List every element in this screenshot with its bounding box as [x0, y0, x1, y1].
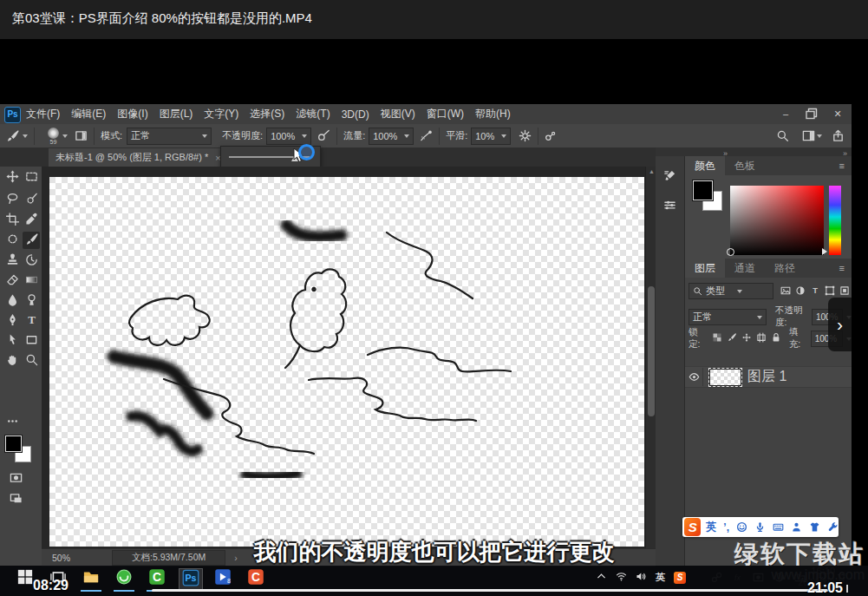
quick-mask-button[interactable]	[7, 468, 24, 486]
flow-select[interactable]: 100%	[369, 128, 414, 145]
eyedropper-tool-button[interactable]	[23, 212, 40, 229]
camtasia-button[interactable]: C	[146, 568, 168, 589]
pressure-opacity-icon[interactable]	[317, 129, 330, 142]
sogou-item-0[interactable]: 英	[706, 520, 716, 534]
lasso-tool-button[interactable]	[3, 191, 21, 208]
minimize-icon[interactable]: –	[779, 107, 793, 121]
eye-icon[interactable]	[689, 371, 700, 383]
person-icon[interactable]	[791, 521, 802, 533]
volume-icon[interactable]	[636, 571, 647, 584]
color-field[interactable]	[730, 186, 824, 255]
chevron-down-icon[interactable]	[23, 134, 28, 141]
screen-mode-button[interactable]	[7, 489, 24, 507]
lock-artboard-icon[interactable]	[756, 332, 767, 344]
adjustment-icon[interactable]	[795, 285, 806, 298]
workspace-icon[interactable]	[802, 129, 815, 142]
green-browser-button[interactable]	[113, 568, 135, 589]
tray-expand-icon[interactable]	[596, 571, 607, 584]
smiley-icon[interactable]	[736, 521, 747, 533]
shape-icon[interactable]	[825, 285, 835, 298]
windows-start-button[interactable]	[14, 568, 36, 589]
menu-item-5[interactable]: 选择(S)	[250, 107, 284, 121]
recorder-app-button[interactable]: C	[245, 568, 267, 589]
opacity-select[interactable]: 100%	[266, 128, 311, 145]
type-icon[interactable]: T	[810, 285, 820, 298]
menu-item-1[interactable]: 编辑(E)	[71, 107, 106, 121]
panel-menu-icon[interactable]: ≡	[832, 156, 852, 175]
task-view-button[interactable]	[47, 568, 69, 589]
brush-tool-button[interactable]	[23, 232, 40, 249]
menu-item-2[interactable]: 图像(I)	[117, 107, 147, 121]
menu-item-8[interactable]: 视图(V)	[381, 107, 415, 121]
keyboard-icon[interactable]	[773, 521, 784, 533]
smart-object-icon[interactable]	[839, 285, 850, 298]
history-panel-icon[interactable]	[659, 165, 681, 187]
menu-item-9[interactable]: 窗口(W)	[427, 107, 464, 121]
scrollbar-thumb[interactable]	[648, 286, 655, 416]
chevron-down-icon[interactable]	[62, 134, 68, 141]
lock-transparent-icon[interactable]	[712, 332, 722, 344]
eraser-tool-button[interactable]	[3, 272, 21, 290]
menu-item-10[interactable]: 帮助(H)	[475, 107, 511, 121]
shape-tool-button[interactable]	[23, 332, 40, 350]
tab-color[interactable]: 颜色	[685, 156, 725, 175]
expand-sidebar-button[interactable]: ›	[828, 298, 852, 351]
smoothing-select[interactable]: 10%	[471, 128, 511, 145]
crop-tool-button[interactable]	[3, 212, 21, 229]
sogou-input-toolbar[interactable]: S 英’,	[682, 517, 839, 537]
foreground-color-swatch[interactable]	[693, 180, 713, 200]
lock-paint-icon[interactable]	[727, 332, 737, 344]
properties-panel-icon[interactable]	[659, 194, 681, 216]
blend-mode-select[interactable]: 正常	[127, 128, 212, 145]
history-brush-tool-button[interactable]	[23, 252, 40, 270]
restore-icon[interactable]	[805, 107, 819, 121]
menu-item-3[interactable]: 图层(L)	[160, 107, 193, 121]
tab-paths[interactable]: 路径	[765, 259, 805, 278]
tab-layers[interactable]: 图层	[685, 259, 725, 278]
menu-item-6[interactable]: 滤镜(T)	[296, 107, 330, 121]
pen-tool-button[interactable]	[3, 312, 21, 330]
dodge-tool-button[interactable]	[23, 292, 40, 310]
color-field-marker[interactable]	[727, 248, 734, 256]
wifi-icon[interactable]	[616, 571, 627, 584]
foreground-color-swatch[interactable]	[5, 436, 22, 452]
layer-thumbnail[interactable]	[709, 369, 741, 386]
photoshop-button[interactable]: Ps	[179, 568, 203, 591]
chevron-down-icon[interactable]	[817, 134, 822, 141]
menu-item-0[interactable]: 文件(F)	[26, 107, 60, 121]
tab-swatches[interactable]: 色板	[725, 156, 765, 175]
panel-toggle-icon[interactable]	[75, 129, 88, 142]
move-tool-button[interactable]	[3, 169, 21, 187]
more-tools-button[interactable]	[3, 412, 21, 429]
menu-item-4[interactable]: 文字(Y)	[204, 107, 238, 121]
share-icon[interactable]	[832, 129, 845, 142]
layer-name[interactable]: 图层 1	[747, 368, 786, 386]
hand-tool-button[interactable]	[3, 352, 21, 370]
sogou-item-1[interactable]: ’,	[723, 521, 729, 534]
path-select-tool-button[interactable]	[3, 332, 21, 350]
layer-blend-select[interactable]: 正常	[689, 309, 767, 325]
lock-move-icon[interactable]	[741, 332, 752, 344]
input-language-indicator[interactable]: 英	[656, 571, 665, 584]
hue-slider[interactable]	[829, 186, 841, 255]
quick-select-tool-button[interactable]	[23, 191, 40, 208]
type-tool-button[interactable]: T	[23, 312, 40, 330]
media-app-button[interactable]: 8	[212, 568, 234, 589]
wrench-icon[interactable]	[827, 521, 839, 533]
skin-icon[interactable]	[809, 521, 820, 533]
marquee-tool-button[interactable]	[23, 169, 40, 187]
stamp-tool-button[interactable]	[3, 252, 21, 270]
brush-tool-icon[interactable]	[6, 129, 19, 142]
menu-item-7[interactable]: 3D(D)	[342, 108, 369, 121]
search-icon[interactable]	[776, 129, 789, 142]
scroll-up-icon[interactable]: ▲	[649, 168, 655, 174]
mic-icon[interactable]	[754, 521, 766, 533]
file-explorer-button[interactable]	[80, 568, 102, 589]
sogou-tray-icon[interactable]: S	[674, 572, 686, 584]
panel-menu-icon[interactable]: ≡	[832, 259, 852, 278]
brush-preset-picker[interactable]: 59	[48, 128, 59, 145]
document-tab[interactable]: 未标题-1 @ 50% (图层 1, RGB/8#) * ×	[49, 148, 229, 167]
airbrush-icon[interactable]	[420, 129, 433, 142]
gradient-tool-button[interactable]	[23, 272, 40, 290]
lock-all-icon[interactable]	[771, 332, 781, 344]
